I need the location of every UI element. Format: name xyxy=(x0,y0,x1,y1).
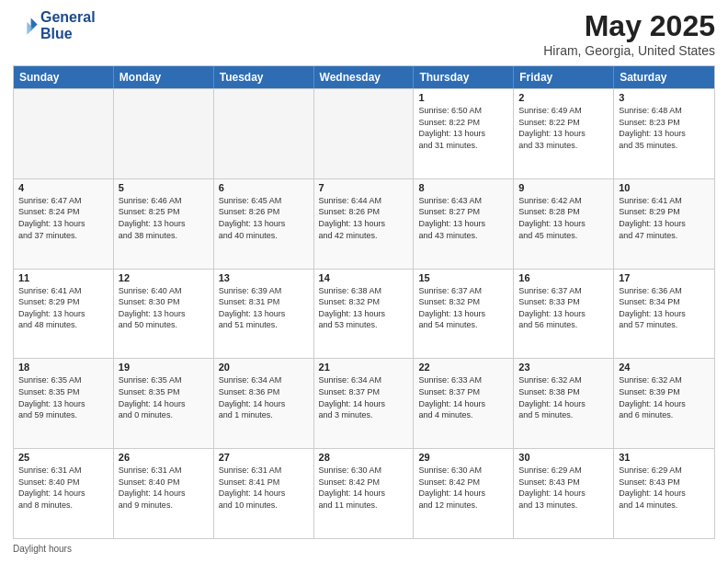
calendar-day-26: 26Sunrise: 6:31 AM Sunset: 8:40 PM Dayli… xyxy=(114,449,214,538)
day-info: Sunrise: 6:43 AM Sunset: 8:27 PM Dayligh… xyxy=(418,195,508,241)
logo: General Blue xyxy=(13,9,96,41)
day-number: 7 xyxy=(319,182,409,193)
weekday-header-tuesday: Tuesday xyxy=(214,66,314,88)
day-number: 9 xyxy=(518,182,609,193)
calendar-week-1: 1Sunrise: 6:50 AM Sunset: 8:22 PM Daylig… xyxy=(14,88,714,178)
calendar-day-19: 19Sunrise: 6:35 AM Sunset: 8:35 PM Dayli… xyxy=(114,359,214,448)
calendar-day-empty xyxy=(214,89,314,178)
day-info: Sunrise: 6:36 AM Sunset: 8:34 PM Dayligh… xyxy=(619,285,710,331)
calendar-day-14: 14Sunrise: 6:38 AM Sunset: 8:32 PM Dayli… xyxy=(314,270,415,359)
day-number: 24 xyxy=(619,362,710,373)
calendar-week-4: 18Sunrise: 6:35 AM Sunset: 8:35 PM Dayli… xyxy=(14,358,714,448)
calendar-day-8: 8Sunrise: 6:43 AM Sunset: 8:27 PM Daylig… xyxy=(414,179,514,269)
calendar-day-16: 16Sunrise: 6:37 AM Sunset: 8:33 PM Dayli… xyxy=(514,270,614,359)
weekday-header-sunday: Sunday xyxy=(14,66,114,88)
day-number: 26 xyxy=(119,452,209,463)
header: General Blue May 2025 Hiram, Georgia, Un… xyxy=(13,9,715,58)
day-number: 30 xyxy=(518,452,609,463)
calendar-day-29: 29Sunrise: 6:30 AM Sunset: 8:42 PM Dayli… xyxy=(414,449,514,538)
day-number: 29 xyxy=(418,452,508,463)
day-number: 21 xyxy=(319,362,409,373)
day-info: Sunrise: 6:49 AM Sunset: 8:22 PM Dayligh… xyxy=(518,105,609,151)
day-info: Sunrise: 6:38 AM Sunset: 8:32 PM Dayligh… xyxy=(319,285,409,331)
calendar-day-11: 11Sunrise: 6:41 AM Sunset: 8:29 PM Dayli… xyxy=(14,270,114,359)
main-title: May 2025 xyxy=(543,9,715,43)
title-block: May 2025 Hiram, Georgia, United States xyxy=(543,9,715,58)
page: General Blue May 2025 Hiram, Georgia, Un… xyxy=(0,0,728,563)
day-number: 8 xyxy=(418,182,508,193)
calendar-day-27: 27Sunrise: 6:31 AM Sunset: 8:41 PM Dayli… xyxy=(214,449,314,538)
calendar-day-7: 7Sunrise: 6:44 AM Sunset: 8:26 PM Daylig… xyxy=(314,179,415,269)
day-number: 27 xyxy=(219,452,309,463)
day-info: Sunrise: 6:31 AM Sunset: 8:40 PM Dayligh… xyxy=(18,465,108,511)
day-info: Sunrise: 6:35 AM Sunset: 8:35 PM Dayligh… xyxy=(18,374,108,420)
day-info: Sunrise: 6:29 AM Sunset: 8:43 PM Dayligh… xyxy=(518,465,609,511)
calendar-day-13: 13Sunrise: 6:39 AM Sunset: 8:31 PM Dayli… xyxy=(214,270,314,359)
calendar-day-31: 31Sunrise: 6:29 AM Sunset: 8:43 PM Dayli… xyxy=(614,449,714,538)
calendar-week-5: 25Sunrise: 6:31 AM Sunset: 8:40 PM Dayli… xyxy=(14,448,714,538)
day-number: 19 xyxy=(119,362,209,373)
day-number: 2 xyxy=(518,92,609,103)
day-info: Sunrise: 6:42 AM Sunset: 8:28 PM Dayligh… xyxy=(518,195,609,241)
calendar-week-3: 11Sunrise: 6:41 AM Sunset: 8:29 PM Dayli… xyxy=(14,269,714,359)
calendar-day-4: 4Sunrise: 6:47 AM Sunset: 8:24 PM Daylig… xyxy=(14,179,114,269)
footer: Daylight hours xyxy=(13,544,715,554)
calendar-day-6: 6Sunrise: 6:45 AM Sunset: 8:26 PM Daylig… xyxy=(214,179,314,269)
day-info: Sunrise: 6:44 AM Sunset: 8:26 PM Dayligh… xyxy=(319,195,409,241)
day-info: Sunrise: 6:32 AM Sunset: 8:39 PM Dayligh… xyxy=(619,374,710,420)
day-info: Sunrise: 6:40 AM Sunset: 8:30 PM Dayligh… xyxy=(119,285,209,331)
calendar-day-30: 30Sunrise: 6:29 AM Sunset: 8:43 PM Dayli… xyxy=(514,449,614,538)
day-info: Sunrise: 6:37 AM Sunset: 8:33 PM Dayligh… xyxy=(518,285,609,331)
calendar-day-1: 1Sunrise: 6:50 AM Sunset: 8:22 PM Daylig… xyxy=(414,89,514,178)
day-info: Sunrise: 6:45 AM Sunset: 8:26 PM Dayligh… xyxy=(219,195,309,241)
day-number: 31 xyxy=(619,452,710,463)
calendar-body: 1Sunrise: 6:50 AM Sunset: 8:22 PM Daylig… xyxy=(14,88,714,538)
calendar-day-10: 10Sunrise: 6:41 AM Sunset: 8:29 PM Dayli… xyxy=(614,179,714,269)
logo-icon xyxy=(13,13,39,39)
calendar-day-2: 2Sunrise: 6:49 AM Sunset: 8:22 PM Daylig… xyxy=(514,89,614,178)
calendar-day-5: 5Sunrise: 6:46 AM Sunset: 8:25 PM Daylig… xyxy=(114,179,214,269)
calendar-day-empty xyxy=(114,89,214,178)
day-number: 25 xyxy=(18,452,108,463)
calendar-day-empty xyxy=(14,89,114,178)
day-number: 3 xyxy=(619,92,710,103)
calendar-day-9: 9Sunrise: 6:42 AM Sunset: 8:28 PM Daylig… xyxy=(514,179,614,269)
day-number: 23 xyxy=(518,362,609,373)
day-number: 13 xyxy=(219,272,309,283)
day-info: Sunrise: 6:41 AM Sunset: 8:29 PM Dayligh… xyxy=(619,195,710,241)
calendar-day-25: 25Sunrise: 6:31 AM Sunset: 8:40 PM Dayli… xyxy=(14,449,114,538)
weekday-header-thursday: Thursday xyxy=(414,66,514,88)
day-number: 4 xyxy=(18,182,108,193)
day-info: Sunrise: 6:46 AM Sunset: 8:25 PM Dayligh… xyxy=(119,195,209,241)
weekday-header-friday: Friday xyxy=(514,66,614,88)
footer-label: Daylight hours xyxy=(13,544,72,554)
day-number: 28 xyxy=(319,452,409,463)
day-info: Sunrise: 6:50 AM Sunset: 8:22 PM Dayligh… xyxy=(418,105,508,151)
day-info: Sunrise: 6:41 AM Sunset: 8:29 PM Dayligh… xyxy=(18,285,108,331)
calendar-day-12: 12Sunrise: 6:40 AM Sunset: 8:30 PM Dayli… xyxy=(114,270,214,359)
calendar-day-23: 23Sunrise: 6:32 AM Sunset: 8:38 PM Dayli… xyxy=(514,359,614,448)
calendar-day-17: 17Sunrise: 6:36 AM Sunset: 8:34 PM Dayli… xyxy=(614,270,714,359)
calendar: SundayMondayTuesdayWednesdayThursdayFrid… xyxy=(13,65,715,539)
day-number: 15 xyxy=(418,272,508,283)
logo-text: General Blue xyxy=(40,9,96,41)
day-info: Sunrise: 6:37 AM Sunset: 8:32 PM Dayligh… xyxy=(418,285,508,331)
day-info: Sunrise: 6:48 AM Sunset: 8:23 PM Dayligh… xyxy=(619,105,710,151)
day-info: Sunrise: 6:47 AM Sunset: 8:24 PM Dayligh… xyxy=(18,195,108,241)
day-number: 6 xyxy=(219,182,309,193)
day-info: Sunrise: 6:31 AM Sunset: 8:41 PM Dayligh… xyxy=(219,465,309,511)
calendar-day-28: 28Sunrise: 6:30 AM Sunset: 8:42 PM Dayli… xyxy=(314,449,415,538)
weekday-header-saturday: Saturday xyxy=(614,66,714,88)
day-info: Sunrise: 6:31 AM Sunset: 8:40 PM Dayligh… xyxy=(119,465,209,511)
day-info: Sunrise: 6:29 AM Sunset: 8:43 PM Dayligh… xyxy=(619,465,710,511)
calendar-day-3: 3Sunrise: 6:48 AM Sunset: 8:23 PM Daylig… xyxy=(614,89,714,178)
calendar-day-18: 18Sunrise: 6:35 AM Sunset: 8:35 PM Dayli… xyxy=(14,359,114,448)
weekday-header-wednesday: Wednesday xyxy=(314,66,415,88)
calendar-day-21: 21Sunrise: 6:34 AM Sunset: 8:37 PM Dayli… xyxy=(314,359,415,448)
day-info: Sunrise: 6:33 AM Sunset: 8:37 PM Dayligh… xyxy=(418,374,508,420)
day-number: 17 xyxy=(619,272,710,283)
calendar-day-15: 15Sunrise: 6:37 AM Sunset: 8:32 PM Dayli… xyxy=(414,270,514,359)
calendar-day-24: 24Sunrise: 6:32 AM Sunset: 8:39 PM Dayli… xyxy=(614,359,714,448)
day-info: Sunrise: 6:34 AM Sunset: 8:37 PM Dayligh… xyxy=(319,374,409,420)
day-info: Sunrise: 6:30 AM Sunset: 8:42 PM Dayligh… xyxy=(319,465,409,511)
